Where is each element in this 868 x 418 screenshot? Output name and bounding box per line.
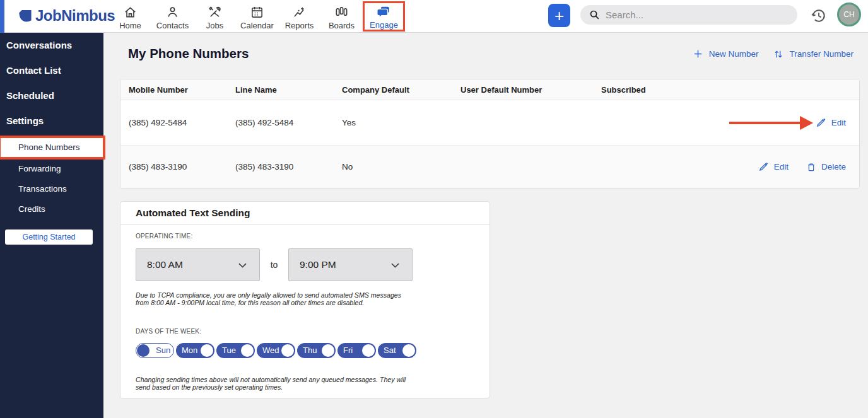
tcpa-note: Due to TCPA compliance, you are only leg…	[136, 291, 406, 307]
left-accent-strip	[0, 0, 4, 33]
new-number-button[interactable]: New Number	[693, 49, 759, 59]
main-nav: Home Contacts Jobs Calendar Reports Boar…	[109, 0, 405, 33]
avatar[interactable]: CH	[837, 3, 861, 26]
delete-link[interactable]: Delete	[806, 162, 846, 172]
day-toggle-tue[interactable]: Tue	[216, 343, 255, 358]
queue-note: Changing sending times above will not au…	[136, 376, 418, 392]
plus-icon	[693, 49, 703, 59]
engage-chat-icon	[377, 5, 391, 19]
sidebar-item-transactions[interactable]: Transactions	[0, 179, 103, 199]
sidebar: Conversations Contact List Scheduled Set…	[0, 33, 103, 418]
transfer-number-button[interactable]: Transfer Number	[773, 49, 853, 59]
nav-jobs[interactable]: Jobs	[194, 0, 236, 33]
day-toggle-fri[interactable]: Fri	[337, 343, 376, 358]
card-title: Automated Text Sending	[120, 202, 490, 225]
phone-numbers-table: Mobile Number Line Name Company Default …	[120, 79, 860, 189]
nav-engage[interactable]: Engage	[363, 1, 405, 32]
top-navbar: JobNimbus Home Contacts Jobs Calendar Re…	[0, 0, 868, 33]
sidebar-item-phone-numbers[interactable]: Phone Numbers	[0, 137, 103, 158]
chevron-down-icon	[237, 259, 249, 271]
pencil-icon	[758, 161, 769, 172]
home-icon	[123, 5, 138, 20]
calendar-icon	[250, 5, 264, 20]
day-toggle-mon[interactable]: Mon	[176, 343, 214, 358]
sidebar-item-credits[interactable]: Credits	[0, 199, 103, 219]
automated-text-sending-card: Automated Text Sending OPERATING TIME: 8…	[120, 201, 490, 398]
search-input[interactable]: Search...	[580, 5, 797, 25]
table-row: (385) 492-5484 (385) 492-5484 Yes Edit	[120, 100, 859, 146]
operating-time-label: OPERATING TIME:	[136, 233, 474, 240]
history-icon[interactable]	[810, 7, 828, 27]
sidebar-item-contact-list[interactable]: Contact List	[0, 58, 103, 83]
tools-icon	[208, 5, 222, 20]
nav-calendar[interactable]: Calendar	[236, 0, 278, 33]
annotation-arrow	[729, 122, 801, 124]
nav-home[interactable]: Home	[109, 0, 151, 33]
table-header: Mobile Number Line Name Company Default …	[120, 79, 859, 100]
day-toggle-sat[interactable]: Sat	[378, 343, 416, 358]
edit-link[interactable]: Edit	[758, 161, 789, 172]
sidebar-item-forwarding[interactable]: Forwarding	[0, 159, 103, 179]
jobnimbus-logo-icon	[18, 9, 32, 23]
page-title: My Phone Numbers	[128, 46, 249, 61]
sidebar-item-scheduled[interactable]: Scheduled	[0, 83, 103, 108]
logo-text: JobNimbus	[35, 7, 115, 25]
sidebar-item-conversations[interactable]: Conversations	[0, 33, 103, 58]
nav-contacts[interactable]: Contacts	[151, 0, 194, 33]
nav-reports[interactable]: Reports	[278, 0, 320, 33]
day-toggle-sun[interactable]: Sun	[136, 343, 174, 358]
trash-icon	[806, 162, 816, 172]
start-time-select[interactable]: 8:00 AM	[136, 248, 260, 281]
pencil-icon	[816, 117, 826, 128]
contacts-icon	[165, 5, 180, 20]
day-toggle-thu[interactable]: Thu	[297, 343, 336, 358]
getting-started-button[interactable]: Getting Started	[5, 229, 93, 245]
edit-link[interactable]: Edit	[816, 117, 846, 128]
search-placeholder: Search...	[606, 9, 643, 20]
reports-icon	[292, 5, 307, 20]
jobnimbus-logo[interactable]: JobNimbus	[18, 7, 115, 25]
chevron-down-icon	[389, 259, 401, 271]
table-row: (385) 483-3190 (385) 483-3190 No Edit De…	[120, 146, 859, 188]
sidebar-item-settings[interactable]: Settings	[0, 108, 103, 134]
search-icon	[589, 9, 600, 20]
transfer-icon	[773, 49, 783, 59]
nav-boards[interactable]: Boards	[320, 0, 363, 33]
day-toggle-wed[interactable]: Wed	[257, 343, 295, 358]
end-time-select[interactable]: 9:00 PM	[288, 248, 413, 281]
boards-icon	[334, 5, 349, 20]
add-button[interactable]: +	[548, 4, 570, 27]
days-of-week-label: DAYS OF THE WEEK:	[136, 328, 474, 335]
